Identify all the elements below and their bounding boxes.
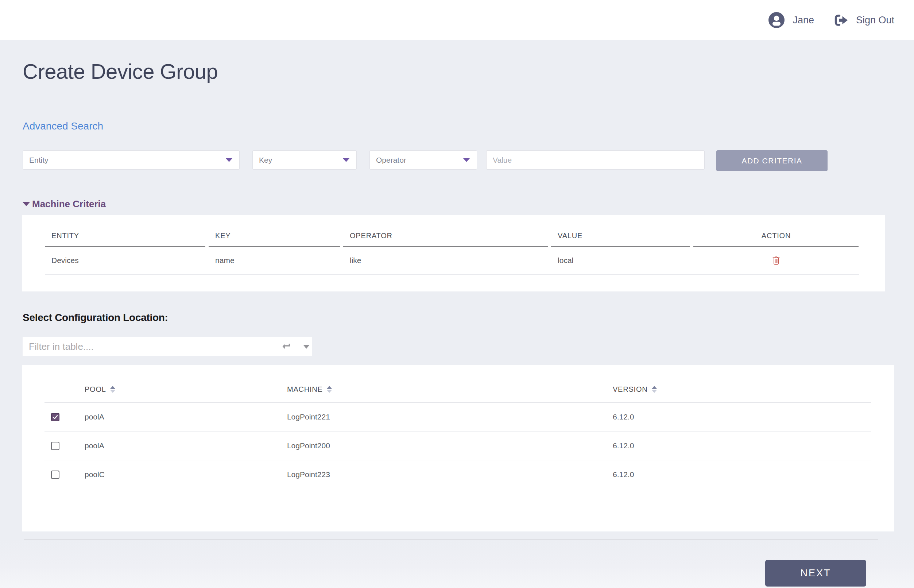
topbar: Jane Sign Out [0,0,914,40]
sort-icon[interactable] [327,386,332,393]
criteria-row: Devices name like local [45,247,859,274]
sign-out-icon [835,15,848,26]
criteria-cell-entity: Devices [45,247,208,274]
pool-cell: poolA [78,402,281,431]
chevron-down-icon [226,158,233,162]
machine-cell: LogPoint223 [281,460,606,489]
entity-select-value: Entity [29,156,48,165]
checkmark-icon [52,414,59,421]
entity-select[interactable]: Entity [23,150,240,170]
machine-criteria-toggle[interactable]: Machine Criteria [23,199,106,210]
topbar-right: Jane Sign Out [769,0,894,40]
criteria-cell-operator: like [343,247,551,274]
user-avatar-icon [769,12,785,28]
operator-select[interactable]: Operator [370,150,477,170]
sort-icon[interactable] [110,386,115,393]
version-cell: 6.12.0 [606,460,871,489]
machine-criteria-card: ENTITY KEY OPERATOR VALUE ACTION Devices… [22,215,885,291]
criteria-header-entity: ENTITY [45,215,208,247]
pools-header-version[interactable]: VERSION [606,365,871,402]
value-input[interactable] [486,150,705,170]
key-select[interactable]: Key [252,150,357,170]
pools-header-pool[interactable]: POOL [78,365,281,402]
pools-card: POOL MACHINE VERSION [22,365,894,531]
criteria-header-key: KEY [208,215,343,247]
criteria-header-action: ACTION [693,215,859,247]
user-name: Jane [793,15,814,26]
filter-input[interactable] [23,337,281,356]
machine-criteria-table: ENTITY KEY OPERATOR VALUE ACTION Devices… [45,215,859,275]
chevron-down-icon [343,158,349,162]
pool-cell: poolA [78,431,281,460]
pool-row: poolA LogPoint221 6.12.0 [45,402,871,431]
criteria-cell-value: local [551,247,693,274]
collapse-caret-icon [23,202,30,206]
trash-icon [772,255,780,265]
pools-header-checkbox [45,365,78,402]
page-title: Create Device Group [23,61,218,82]
pool-cell: poolC [78,460,281,489]
version-cell: 6.12.0 [606,431,871,460]
sort-icon[interactable] [652,386,657,393]
sign-out-label: Sign Out [856,15,894,26]
machine-criteria-label: Machine Criteria [32,199,106,210]
pools-table: POOL MACHINE VERSION [45,365,871,489]
select-configuration-heading: Select Configuration Location: [23,312,168,323]
pool-column-label: POOL [85,385,106,394]
next-button[interactable]: NEXT [765,560,866,586]
row-checkbox[interactable] [51,413,60,421]
pool-row: poolA LogPoint200 6.12.0 [45,431,871,460]
row-checkbox[interactable] [51,442,60,450]
criteria-header-value: VALUE [551,215,693,247]
pool-row: poolC LogPoint223 6.12.0 [45,460,871,489]
chevron-down-icon [463,158,470,162]
enter-icon[interactable] [281,342,291,351]
operator-select-value: Operator [376,156,406,165]
key-select-value: Key [259,156,272,165]
criteria-header-operator: OPERATOR [343,215,551,247]
add-criteria-button[interactable]: ADD CRITERIA [716,150,828,171]
filter-box [23,337,312,356]
filter-dropdown-caret-icon[interactable] [303,345,310,349]
version-cell: 6.12.0 [606,402,871,431]
version-column-label: VERSION [613,385,648,394]
pools-header-machine[interactable]: MACHINE [281,365,606,402]
machine-cell: LogPoint221 [281,402,606,431]
machine-cell: LogPoint200 [281,431,606,460]
footer-divider [24,539,878,540]
machine-column-label: MACHINE [287,385,323,394]
advanced-search-link[interactable]: Advanced Search [23,120,103,132]
row-checkbox[interactable] [51,470,60,479]
sign-out-button[interactable]: Sign Out [835,15,894,26]
delete-criteria-button[interactable] [770,254,782,267]
criteria-cell-key: name [208,247,343,274]
